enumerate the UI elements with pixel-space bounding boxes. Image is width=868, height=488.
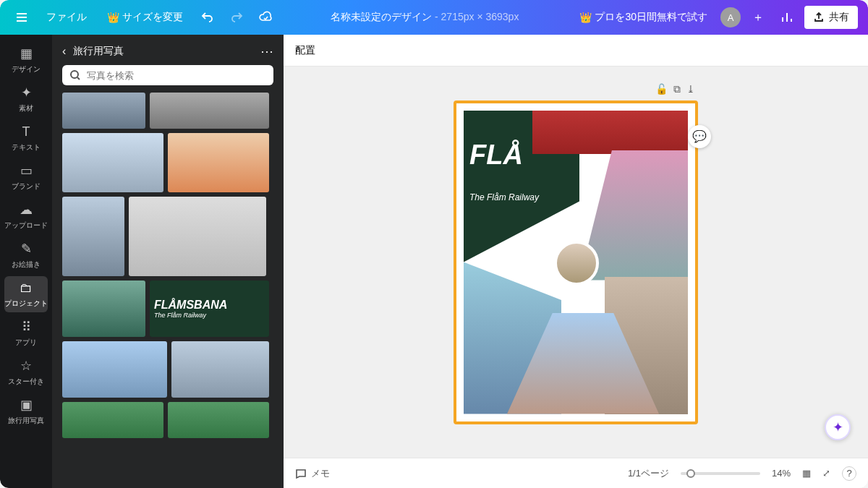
photo-grid: FLÅMSBANAThe Flåm Railway bbox=[52, 93, 284, 488]
context-toolbar: 配置 bbox=[284, 35, 868, 67]
cloud-sync-icon[interactable] bbox=[254, 6, 277, 29]
photo-thumb[interactable]: FLÅMSBANAThe Flåm Railway bbox=[150, 281, 269, 337]
grid-view-button[interactable]: ▦ bbox=[802, 468, 811, 479]
bottom-bar: メモ 1/1ページ 14% ▦ ⤢ ? bbox=[284, 458, 868, 488]
rail-brand[interactable]: ▭ブランド bbox=[4, 159, 48, 195]
crown-icon: 👑 bbox=[107, 12, 119, 23]
layout-icon: ▦ bbox=[20, 46, 33, 61]
undo-button[interactable] bbox=[196, 6, 219, 29]
add-member-button[interactable]: ＋ bbox=[746, 6, 770, 29]
canvas-area: 配置 🔓 ⧉ ⤓ 💬 FLÅ The Flåm Railway bbox=[284, 35, 868, 488]
rail-apps[interactable]: ⠿アプリ bbox=[4, 315, 48, 351]
photo-thumb[interactable] bbox=[62, 341, 167, 398]
photo-thumb[interactable] bbox=[62, 197, 124, 276]
more-button[interactable]: ⋯ bbox=[260, 43, 273, 59]
svg-point-0 bbox=[71, 71, 78, 78]
rail-elements[interactable]: ✦素材 bbox=[4, 81, 48, 117]
redo-button[interactable] bbox=[225, 6, 248, 29]
upload-icon: ☁ bbox=[20, 202, 33, 218]
search-input-wrap[interactable] bbox=[62, 65, 273, 85]
rail-starred[interactable]: ☆スター付き bbox=[4, 354, 48, 390]
rail-upload[interactable]: ☁アップロード bbox=[4, 198, 48, 234]
trial-label: プロを30日間無料で試す bbox=[595, 11, 707, 24]
back-button[interactable]: ‹ bbox=[62, 45, 66, 58]
notes-button[interactable]: メモ bbox=[295, 467, 330, 480]
file-menu[interactable]: ファイル bbox=[39, 6, 94, 29]
menu-button[interactable] bbox=[10, 6, 33, 29]
share-label: 共有 bbox=[829, 11, 849, 24]
search-input[interactable] bbox=[87, 70, 266, 81]
rail-projects[interactable]: 🗀プロジェクト bbox=[4, 276, 48, 312]
collage-image-circle[interactable] bbox=[554, 241, 599, 286]
collage-image[interactable] bbox=[532, 111, 688, 154]
panel-title: 旅行用写真 bbox=[73, 45, 253, 58]
page-tools: 🔓 ⧉ ⤓ bbox=[655, 83, 695, 95]
resize-label: サイズを変更 bbox=[122, 11, 183, 24]
avatar[interactable]: A bbox=[720, 7, 741, 27]
comment-button[interactable]: 💬 bbox=[688, 125, 711, 148]
photo-thumb[interactable] bbox=[62, 133, 163, 192]
notes-icon bbox=[295, 468, 307, 479]
photo-thumb[interactable] bbox=[62, 402, 163, 438]
apps-icon: ⠿ bbox=[22, 319, 31, 335]
draw-icon: ✎ bbox=[21, 241, 32, 257]
rail-text[interactable]: Tテキスト bbox=[4, 120, 48, 156]
photo-thumb[interactable] bbox=[62, 281, 145, 337]
page-canvas[interactable]: FLÅ The Flåm Railway bbox=[464, 111, 688, 414]
resize-button[interactable]: 👑サイズを変更 bbox=[100, 6, 190, 29]
photo-thumb[interactable] bbox=[168, 402, 269, 438]
image-icon: ▣ bbox=[20, 397, 33, 413]
page-indicator[interactable]: 1/1ページ bbox=[628, 467, 669, 480]
photo-thumb[interactable] bbox=[150, 93, 269, 129]
rail-folder-travel[interactable]: ▣旅行用写真 bbox=[4, 393, 48, 429]
photo-thumb[interactable] bbox=[129, 197, 266, 276]
star-icon: ☆ bbox=[20, 358, 32, 374]
text-icon: T bbox=[22, 124, 30, 140]
top-bar: ファイル 👑サイズを変更 名称未設定のデザイン- 2715px × 3693px… bbox=[0, 0, 868, 35]
photo-thumb[interactable] bbox=[62, 93, 145, 129]
analytics-button[interactable] bbox=[775, 6, 799, 29]
search-icon bbox=[69, 69, 81, 81]
selection-frame[interactable]: 🔓 ⧉ ⤓ 💬 FLÅ The Flåm Railway bbox=[454, 100, 698, 424]
side-rail: ▦デザイン ✦素材 Tテキスト ▭ブランド ☁アップロード ✎お絵描き 🗀プロジ… bbox=[0, 35, 52, 488]
lock-button[interactable]: 🔓 bbox=[655, 83, 668, 95]
fullscreen-button[interactable]: ⤢ bbox=[822, 468, 830, 479]
stage[interactable]: 🔓 ⧉ ⤓ 💬 FLÅ The Flåm Railway bbox=[284, 67, 868, 458]
help-button[interactable]: ? bbox=[842, 466, 856, 481]
side-panel: ‹ 旅行用写真 ⋯ FLÅMSBANAThe Flåm Railway bbox=[52, 35, 284, 488]
zoom-slider[interactable] bbox=[681, 472, 760, 475]
position-button[interactable]: 配置 bbox=[295, 44, 315, 57]
add-page-button[interactable]: ⤓ bbox=[686, 83, 695, 95]
magic-button[interactable]: ✦ bbox=[825, 414, 851, 440]
try-pro-button[interactable]: 👑プロを30日間無料で試す bbox=[572, 6, 715, 29]
elements-icon: ✦ bbox=[21, 85, 32, 100]
document-title[interactable]: 名称未設定のデザイン- 2715px × 3693px bbox=[331, 11, 519, 24]
rail-draw[interactable]: ✎お絵描き bbox=[4, 237, 48, 273]
share-button[interactable]: 共有 bbox=[804, 6, 858, 29]
zoom-value[interactable]: 14% bbox=[772, 468, 791, 479]
folder-icon: 🗀 bbox=[20, 281, 33, 296]
duplicate-button[interactable]: ⧉ bbox=[673, 83, 681, 95]
photo-thumb[interactable] bbox=[171, 341, 269, 398]
photo-thumb[interactable] bbox=[168, 133, 269, 192]
rail-design[interactable]: ▦デザイン bbox=[4, 42, 48, 78]
brand-icon: ▭ bbox=[20, 163, 33, 179]
crown-icon: 👑 bbox=[579, 12, 592, 23]
